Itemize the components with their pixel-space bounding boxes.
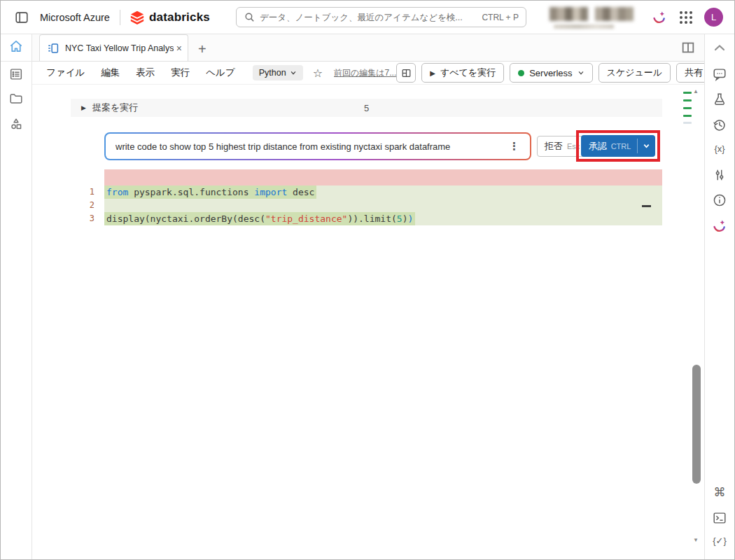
version-history-icon[interactable] <box>712 117 727 132</box>
play-icon: ▶ <box>430 69 435 77</box>
search-input[interactable] <box>260 13 482 22</box>
comments-icon[interactable] <box>712 66 727 82</box>
code-line[interactable]: 2 <box>71 199 662 212</box>
assistant-suggestion-cell: ▶ 提案を実行 5 write code to show top 5 highe… <box>71 99 662 225</box>
menu-view[interactable]: 表示 <box>136 66 155 79</box>
scroll-up-icon[interactable]: ▲ <box>693 88 699 94</box>
line-number: 3 <box>71 212 104 225</box>
compute-status-icon <box>518 70 524 76</box>
chevron-down-icon <box>290 69 297 76</box>
variables-icon[interactable]: {x} <box>714 144 724 154</box>
rail-collapse-up-icon[interactable] <box>714 43 725 52</box>
code-diff[interactable]: 1from pyspark.sql.functions import desc2… <box>71 169 662 225</box>
search-icon <box>244 11 255 23</box>
assistant-icon[interactable] <box>651 9 668 26</box>
format-check-icon[interactable]: {✓} <box>713 536 727 546</box>
schedule-label: スケジュール <box>607 66 663 79</box>
info-icon[interactable] <box>712 192 727 208</box>
menu-edit[interactable]: 編集 <box>101 66 120 79</box>
language-selector[interactable]: Python <box>253 65 303 80</box>
menu-file[interactable]: ファイル <box>46 66 85 79</box>
code-line[interactable]: 1from pyspark.sql.functions import desc <box>71 186 662 199</box>
app-switcher-icon[interactable] <box>680 11 692 24</box>
notebook-icon <box>47 42 59 55</box>
red-highlight-annotation: 承認 CTRL <box>576 130 660 162</box>
notebook-toolbar: ファイル 編集 表示 実行 ヘルプ Python ☆ 前回の編集は7... ▶ … <box>32 62 704 85</box>
diff-marker <box>683 122 692 124</box>
reject-label: 拒否 <box>545 140 563 153</box>
diff-marker <box>683 92 692 94</box>
run-all-button[interactable]: ▶ すべてを実行 <box>421 63 504 83</box>
line-number: 1 <box>71 186 104 199</box>
user-name-redacted <box>550 6 639 29</box>
accept-button[interactable]: 承認 CTRL <box>581 135 656 157</box>
workspace-folder-icon[interactable] <box>8 91 24 106</box>
tab-bar: NYC Taxi Yellow Trip Analysis × + <box>32 34 704 62</box>
diff-marker <box>683 99 692 102</box>
new-tab-button[interactable]: + <box>198 42 206 56</box>
last-edit-link[interactable]: 前回の編集は7... <box>334 67 396 79</box>
tab-nyc-taxi-notebook[interactable]: NYC Taxi Yellow Trip Analysis × <box>39 34 188 61</box>
scrollbar-column: ▲ ▼ <box>683 85 704 560</box>
compute-label: Serverless <box>529 68 572 78</box>
home-icon[interactable] <box>8 38 24 55</box>
terminal-icon[interactable] <box>712 510 727 526</box>
search-shortcut-hint: CTRL + P <box>482 13 519 22</box>
diff-removed-line[interactable] <box>71 169 662 186</box>
databricks-notebook-window: Microsoft Azure databricks CTRL + P <box>0 0 735 560</box>
global-search-bar[interactable]: CTRL + P <box>236 7 526 27</box>
accept-label: 承認 <box>589 140 607 153</box>
left-rail-divider <box>1 61 32 62</box>
experiments-flask-icon[interactable] <box>712 92 727 107</box>
table-layout-button[interactable] <box>396 63 416 83</box>
sidebar-toggle-icon[interactable] <box>14 10 29 25</box>
language-label: Python <box>259 68 286 78</box>
databricks-logo-icon[interactable] <box>130 10 145 25</box>
right-rail: {x} ⌘ <box>704 34 734 559</box>
notebook-canvas: ▶ 提案を実行 5 write code to show top 5 highe… <box>32 85 704 559</box>
notebook-list-icon[interactable] <box>8 66 24 82</box>
diff-marker <box>683 115 692 117</box>
schedule-button[interactable]: スケジュール <box>598 63 671 83</box>
collapse-arrow-icon[interactable]: ▶ <box>81 104 86 111</box>
assistant-prompt-row: write code to show top 5 highest trip di… <box>71 132 662 161</box>
compute-selector[interactable]: Serverless <box>510 63 592 83</box>
line-number <box>71 169 104 186</box>
execution-count: 5 <box>364 103 369 113</box>
kebab-menu-icon[interactable]: ⋮ <box>507 140 522 153</box>
prompt-text[interactable]: write code to show top 5 highest trip di… <box>115 141 507 152</box>
cell-header[interactable]: ▶ 提案を実行 5 <box>71 99 662 117</box>
cell-header-label: 提案を実行 <box>92 102 138 114</box>
scroll-down-icon[interactable]: ▼ <box>693 537 699 543</box>
horizontal-scroll-thumb[interactable] <box>642 205 651 207</box>
accept-shortcut: CTRL <box>611 142 631 150</box>
menu-run[interactable]: 実行 <box>171 66 190 79</box>
top-bar: Microsoft Azure databricks CTRL + P <box>1 1 734 34</box>
avatar[interactable]: L <box>704 8 723 27</box>
tab-close-icon[interactable]: × <box>176 43 182 54</box>
code-line[interactable]: 3display(nyctaxi.orderBy(desc("trip_dist… <box>71 212 662 225</box>
line-number: 2 <box>71 199 104 212</box>
diff-marker <box>683 107 692 109</box>
split-panel-icon[interactable] <box>680 40 696 55</box>
topbar-divider <box>120 10 120 25</box>
run-all-label: すべてを実行 <box>440 66 496 79</box>
assistant-prompt-input[interactable]: write code to show top 5 highest trip di… <box>104 132 531 160</box>
chevron-down-icon <box>578 69 584 76</box>
settings-sliders-icon[interactable] <box>712 167 727 183</box>
shortcuts-command-icon[interactable]: ⌘ <box>714 485 726 500</box>
tab-title: NYC Taxi Yellow Trip Analysis <box>65 43 174 53</box>
left-rail <box>1 34 32 559</box>
favorite-star-icon[interactable]: ☆ <box>313 66 323 80</box>
accept-dropdown-button[interactable] <box>638 135 655 157</box>
catalog-shapes-icon[interactable] <box>8 116 24 132</box>
databricks-wordmark[interactable]: databricks <box>149 10 210 24</box>
vertical-scroll-thumb[interactable] <box>692 365 701 484</box>
chevron-down-icon <box>643 142 650 150</box>
share-label: 共有 <box>685 66 703 79</box>
azure-label: Microsoft Azure <box>40 12 110 23</box>
menu-help[interactable]: ヘルプ <box>206 66 234 79</box>
assistant-icon[interactable] <box>711 218 728 234</box>
